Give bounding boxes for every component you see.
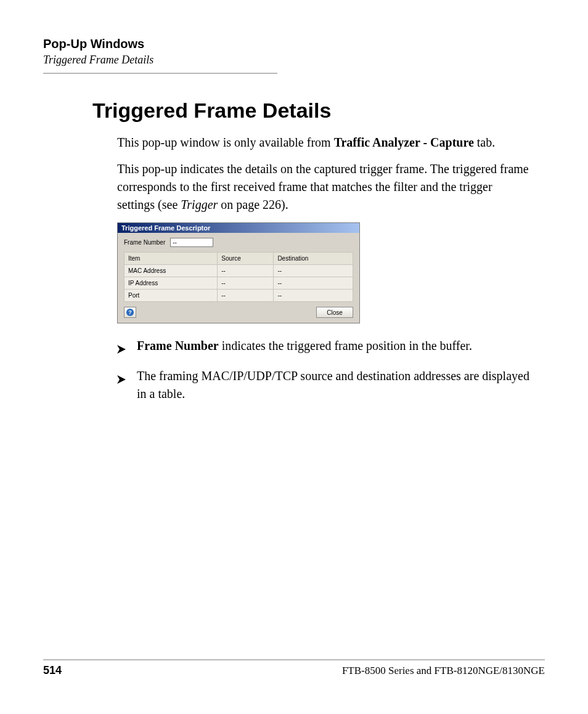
page-footer: 514 FTB-8500 Series and FTB-8120NGE/8130… bbox=[43, 659, 545, 677]
text: tab. bbox=[474, 136, 495, 149]
cell-source: -- bbox=[218, 265, 274, 277]
document-page: Pop-Up Windows Triggered Frame Details T… bbox=[0, 0, 588, 714]
col-source: Source bbox=[218, 253, 274, 265]
popup-title: Triggered Frame Descriptor bbox=[118, 223, 359, 233]
running-head-subtitle: Triggered Frame Details bbox=[43, 54, 545, 67]
list-item: The framing MAC/IP/UDP/TCP source and de… bbox=[117, 367, 533, 403]
close-button-label: Close bbox=[327, 309, 343, 316]
triggered-frame-descriptor-popup: Triggered Frame Descriptor Frame Number … bbox=[117, 222, 360, 323]
paragraph-1: This pop-up window is only available fro… bbox=[117, 134, 533, 152]
text: This pop-up window is only available fro… bbox=[117, 136, 334, 149]
list-item: Frame Number indicates the triggered fra… bbox=[117, 337, 533, 359]
footer-line: 514 FTB-8500 Series and FTB-8120NGE/8130… bbox=[43, 664, 545, 677]
frame-number-label: Frame Number bbox=[124, 239, 165, 246]
page-number: 514 bbox=[43, 664, 62, 677]
frame-number-row: Frame Number bbox=[124, 238, 353, 247]
bullet-text: The framing MAC/IP/UDP/TCP source and de… bbox=[137, 367, 533, 403]
cell-source: -- bbox=[218, 277, 274, 290]
col-item: Item bbox=[125, 253, 218, 265]
svg-marker-1 bbox=[117, 375, 126, 384]
help-icon: ? bbox=[126, 309, 134, 316]
cell-destination: -- bbox=[274, 277, 353, 290]
cell-source: -- bbox=[218, 290, 274, 302]
popup-footer: ? Close bbox=[124, 307, 353, 318]
running-head: Pop-Up Windows Triggered Frame Details bbox=[43, 37, 545, 74]
popup-body: Frame Number Item Source Destination MAC… bbox=[118, 233, 359, 323]
cell-destination: -- bbox=[274, 265, 353, 277]
bullet-text: Frame Number indicates the triggered fra… bbox=[137, 337, 472, 359]
table-row: MAC Address -- -- bbox=[125, 265, 353, 277]
body-text: This pop-up window is only available fro… bbox=[117, 134, 533, 214]
arrow-icon bbox=[117, 371, 128, 403]
text-italic: Trigger bbox=[181, 198, 218, 211]
running-head-title: Pop-Up Windows bbox=[43, 37, 545, 51]
text: This pop-up indicates the details on the… bbox=[117, 162, 529, 211]
close-button[interactable]: Close bbox=[316, 307, 353, 318]
table-row: IP Address -- -- bbox=[125, 277, 353, 290]
cell-item: Port bbox=[125, 290, 218, 302]
text: on page 226). bbox=[218, 198, 288, 211]
text-bold: Frame Number bbox=[137, 339, 219, 352]
footer-divider bbox=[43, 659, 545, 660]
cell-item: MAC Address bbox=[125, 265, 218, 277]
document-id: FTB-8500 Series and FTB-8120NGE/8130NGE bbox=[342, 665, 545, 677]
text: indicates the triggered frame position i… bbox=[219, 339, 472, 352]
frame-number-input[interactable] bbox=[170, 238, 213, 247]
divider bbox=[43, 73, 277, 74]
col-destination: Destination bbox=[274, 253, 353, 265]
cell-destination: -- bbox=[274, 290, 353, 302]
bullet-list: Frame Number indicates the triggered fra… bbox=[117, 337, 533, 403]
cell-item: IP Address bbox=[125, 277, 218, 290]
text-bold: Traffic Analyzer - Capture bbox=[334, 136, 474, 149]
table-row: Port -- -- bbox=[125, 290, 353, 302]
page-title: Triggered Frame Details bbox=[92, 99, 545, 123]
paragraph-2: This pop-up indicates the details on the… bbox=[117, 160, 533, 214]
table-header-row: Item Source Destination bbox=[125, 253, 353, 265]
frame-details-table: Item Source Destination MAC Address -- -… bbox=[124, 252, 353, 302]
svg-marker-0 bbox=[117, 345, 126, 354]
help-button[interactable]: ? bbox=[124, 307, 136, 318]
arrow-icon bbox=[117, 341, 128, 359]
